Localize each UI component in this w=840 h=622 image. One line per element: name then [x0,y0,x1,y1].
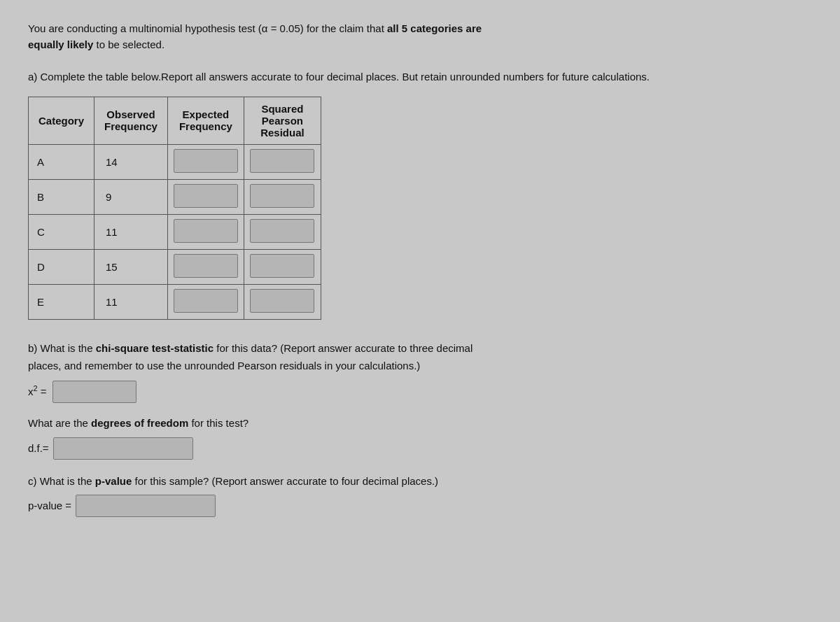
squared-d-cell [244,249,321,284]
observed-frequency-header: ObservedFrequency [94,97,168,144]
section-c-text: c) What is the p-value for this sample? … [28,472,812,490]
section-b-text: b) What is the chi-square test-statistic… [28,339,812,375]
observed-e: 11 [94,284,168,319]
dof-input[interactable] [53,437,193,460]
expected-c-input[interactable] [174,219,238,243]
section-a: a) Complete the table below.Report all a… [28,69,812,320]
category-b: B [29,179,94,214]
expected-frequency-header: ExpectedFrequency [167,97,244,144]
expected-c-cell [167,214,244,249]
dof-label: d.f.= [28,439,49,458]
observed-c: 11 [94,214,168,249]
expected-b-cell [167,179,244,214]
dof-row: d.f.= [28,437,812,460]
category-header: Category [29,97,94,144]
expected-a-cell [167,144,244,179]
frequency-table: Category ObservedFrequency ExpectedFrequ… [28,97,321,320]
table-row: B 9 [29,179,321,214]
squared-e-cell [244,284,321,319]
squared-c-input[interactable] [250,219,314,243]
section-c: c) What is the p-value for this sample? … [28,472,812,517]
table-row: C 11 [29,214,321,249]
squared-c-cell [244,214,321,249]
chi-square-row: x2 = [28,381,812,403]
category-e: E [29,284,94,319]
expected-a-input[interactable] [174,149,238,173]
category-a: A [29,144,94,179]
category-c: C [29,214,94,249]
squared-e-input[interactable] [250,289,314,313]
observed-b: 9 [94,179,168,214]
dof-question-text: What are the degrees of freedom for this… [28,414,812,432]
squared-b-cell [244,179,321,214]
intro-paragraph: You are conducting a multinomial hypothe… [28,21,812,52]
observed-d: 15 [94,249,168,284]
expected-e-cell [167,284,244,319]
squared-a-cell [244,144,321,179]
expected-e-input[interactable] [174,289,238,313]
pvalue-row: p-value = [28,495,812,517]
expected-b-input[interactable] [174,184,238,208]
table-row: E 11 [29,284,321,319]
expected-d-input[interactable] [174,254,238,278]
section-b: b) What is the chi-square test-statistic… [28,339,812,460]
squared-d-input[interactable] [250,254,314,278]
table-row: A 14 [29,144,321,179]
squared-b-input[interactable] [250,184,314,208]
squared-pearson-residual-header: SquaredPearsonResidual [244,97,321,144]
pvalue-label: p-value = [28,497,71,515]
table-row: D 15 [29,249,321,284]
category-d: D [29,249,94,284]
pvalue-input[interactable] [76,495,216,517]
expected-d-cell [167,249,244,284]
observed-a: 14 [94,144,168,179]
chi-square-label: x2 = [28,382,47,401]
section-a-instruction: a) Complete the table below.Report all a… [28,69,812,85]
squared-a-input[interactable] [250,149,314,173]
chi-square-input[interactable] [52,381,136,403]
